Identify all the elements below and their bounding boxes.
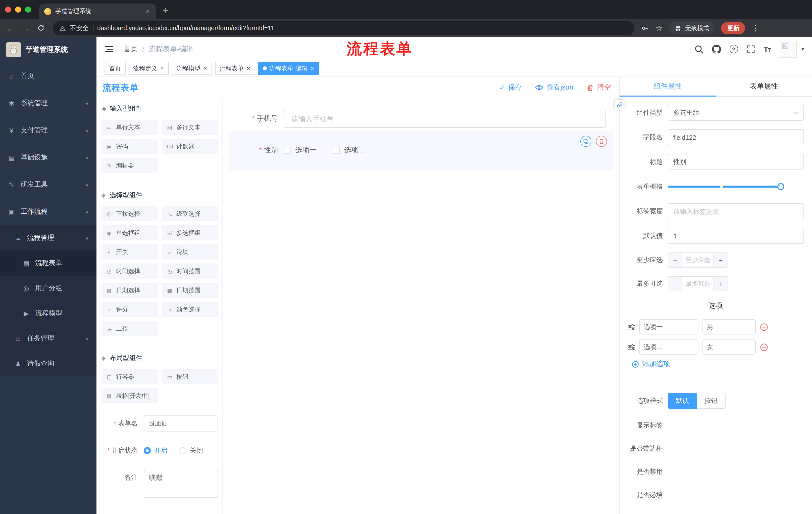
palette-item-switch[interactable]: ◐ 开关 [102,244,158,260]
max-select-value[interactable]: 最多可选 [683,277,714,291]
tag-close-icon[interactable]: × [203,65,207,72]
slider-track[interactable] [668,186,782,188]
hamburger-icon[interactable] [105,45,114,54]
link-badge-button[interactable] [614,100,625,110]
palette-item-table-wip[interactable]: ▦ 表格[开发中] [102,388,158,403]
sidebar-item-payment-management[interactable]: ¥ 支付管理 ∨ [0,117,96,144]
title-input[interactable] [668,154,804,170]
tag-process-definition[interactable]: 流程定义 × [128,62,169,75]
font-size-icon[interactable]: TT [763,45,771,53]
palette-item-single-line-text[interactable]: ▭ 单行文本 [102,120,158,135]
radio-open[interactable]: 开启 [144,446,167,455]
sidebar-item-leave-query[interactable]: ♟ 请假查询 [0,351,96,376]
tag-close-icon[interactable]: × [310,65,315,72]
palette-item-upload[interactable]: ☁ 上传 [102,321,158,336]
palette-item-counter[interactable]: 123 计数器 [162,139,218,154]
option-drag-icon[interactable] [628,323,635,331]
clear-button[interactable]: 清空 [586,83,611,92]
tab-close-icon[interactable]: × [145,7,151,15]
palette-item-multiline-text[interactable]: ▤ 多行文本 [162,120,218,135]
sidebar-item-home[interactable]: ⌂ 首页 [0,62,96,89]
browser-tab[interactable]: 芋道管理系统 × [39,3,156,19]
duplicate-field-button[interactable] [580,136,591,147]
increase-button[interactable]: + [714,253,728,267]
option-value-input[interactable] [702,319,756,334]
sidebar-item-task-management[interactable]: ⊞ 任务管理 ∨ [0,326,96,351]
style-button-button[interactable]: 按钮 [697,393,726,409]
sidebar-item-process-management[interactable]: ≡ 流程管理 ∧ [0,225,96,250]
component-type-select[interactable]: 多选框组 [668,105,804,121]
label-width-input[interactable] [668,203,804,219]
palette-item-cascader[interactable]: ⌥ 级联选择 [162,206,218,221]
increase-button[interactable]: + [714,277,728,291]
remove-option-button[interactable] [760,343,768,351]
avatar[interactable] [780,40,797,58]
tag-process-form-edit[interactable]: 流程表单-编辑 × [258,62,319,75]
sidebar-item-process-form[interactable]: ▤ 流程表单 [0,250,96,276]
checkbox-option-two[interactable]: 选项二 [332,146,365,155]
palette-item-button[interactable]: ▭ 按钮 [162,369,218,384]
checkbox-option-one[interactable]: 选项一 [284,146,317,155]
sidebar-item-system-management[interactable]: ✱ 系统管理 ∨ [0,89,96,117]
palette-item-editor[interactable]: ✎ 编辑器 [102,158,158,173]
palette-item-color-picker[interactable]: ◑ 颜色选择 [162,302,218,317]
url-bar[interactable]: 不安全 dashboard.yudao.iocoder.cn/bpm/manag… [53,21,635,35]
sidebar-item-workflow[interactable]: ▣ 工作流程 ∧ [0,198,96,225]
tag-process-model[interactable]: 流程模型 × [172,62,212,75]
palette-item-slider[interactable]: ↔ 滑块 [162,244,218,260]
option-value-input[interactable] [702,340,756,355]
fullscreen-icon[interactable] [747,45,755,53]
remove-option-button[interactable] [760,323,768,331]
tag-close-icon[interactable]: × [246,65,251,72]
form-remark-textarea[interactable]: 嘿嘿 [144,470,218,498]
sidebar-item-infrastructure[interactable]: ▦ 基础设施 ∨ [0,144,96,171]
help-icon[interactable]: ? [729,45,738,53]
back-icon[interactable]: ← [6,24,15,32]
palette-item-password[interactable]: ▣ 密码 [102,139,158,154]
save-button[interactable]: ✓ 保存 [499,83,522,92]
palette-item-row-container[interactable]: ▢ 行容器 [102,369,158,384]
incognito-badge[interactable]: 无痕模式 [669,22,715,35]
palette-item-checkbox-group[interactable]: ☑ 多选框组 [162,225,218,240]
palette-item-radio-group[interactable]: ◉ 单选框组 [102,225,158,240]
tab-form-props[interactable]: 表单属性 [716,77,812,96]
view-json-button[interactable]: 查看json [535,83,573,92]
slider-handle[interactable] [777,183,784,190]
phone-input[interactable] [284,110,606,128]
canvas-field-gender-selected[interactable]: 性别 选项一 选项二 [229,131,613,170]
sidebar-item-dev-tools[interactable]: ✎ 研发工具 ∨ [0,171,96,198]
tab-component-props[interactable]: 组件属性 [619,77,716,96]
browser-update-button[interactable]: 更新 [721,22,746,34]
palette-item-date-range[interactable]: ▩ 日期范围 [162,283,218,298]
option-name-input[interactable] [639,319,698,334]
tag-home[interactable]: 首页 [105,62,126,75]
option-drag-icon[interactable] [628,343,635,351]
palette-item-date-picker[interactable]: ▦ 日期选择 [102,283,158,298]
canvas-field-phone[interactable]: 手机号 [229,110,613,128]
key-icon[interactable] [641,24,649,32]
tag-process-form[interactable]: 流程表单 × [215,62,255,75]
avatar-caret-icon[interactable]: ▾ [802,46,804,52]
breadcrumb-home[interactable]: 首页 [124,45,138,54]
forward-icon[interactable]: → [22,24,31,32]
sidebar-item-user-group[interactable]: ◎ 用户分组 [0,276,96,301]
palette-item-time-picker[interactable]: ◷ 时间选择 [102,264,158,279]
reload-icon[interactable] [37,24,46,32]
sidebar-item-process-model[interactable]: ▶ 流程模型 [0,301,96,326]
minimize-window-button[interactable] [15,6,21,12]
option-name-input[interactable] [639,340,698,355]
zoom-window-button[interactable] [25,6,31,12]
search-icon[interactable] [694,45,703,54]
radio-closed[interactable]: 关闭 [179,446,203,455]
tag-close-icon[interactable]: × [160,65,164,72]
close-window-button[interactable] [5,6,11,12]
palette-item-dropdown-select[interactable]: ◎ 下拉选择 [102,206,158,221]
default-value-input[interactable] [668,228,804,244]
browser-menu-kebab-icon[interactable]: ⋮ [752,24,759,33]
field-name-input[interactable] [668,129,804,145]
decrease-button[interactable]: − [668,253,683,267]
bookmark-star-icon[interactable]: ☆ [656,24,663,33]
github-icon[interactable] [712,45,721,54]
new-tab-button[interactable]: + [163,5,168,16]
style-default-button[interactable]: 默认 [668,393,697,409]
